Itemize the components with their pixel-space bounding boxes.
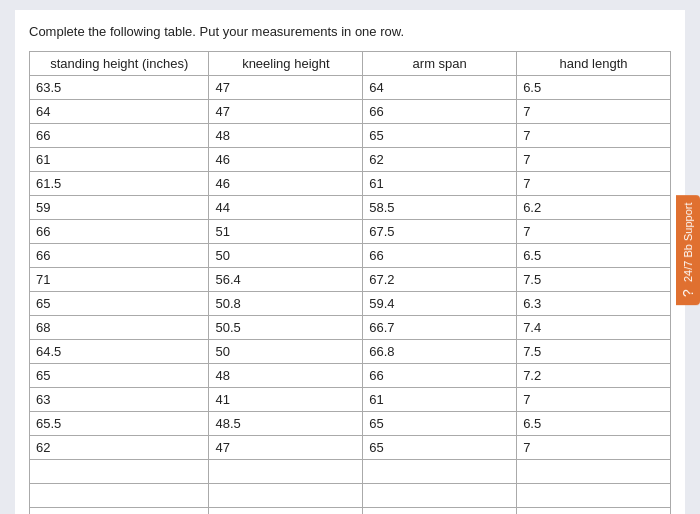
table-cell: 51 (209, 220, 363, 244)
table-cell: 7 (517, 124, 671, 148)
table-cell: 7 (517, 388, 671, 412)
table-cell (517, 508, 671, 515)
support-tab[interactable]: ? 24/7 Bb Support (676, 195, 700, 305)
table-cell: 6.2 (517, 196, 671, 220)
table-cell: 50 (209, 340, 363, 364)
table-cell: 41 (209, 388, 363, 412)
table-cell: 6.5 (517, 412, 671, 436)
table-cell: 44 (209, 196, 363, 220)
table-cell: 65 (363, 436, 517, 460)
table-cell: 50.8 (209, 292, 363, 316)
table-cell: 56.4 (209, 268, 363, 292)
table-cell: 7 (517, 436, 671, 460)
table-cell: 66 (363, 244, 517, 268)
table-cell: 62 (30, 436, 209, 460)
table-cell (209, 508, 363, 515)
table-cell (209, 484, 363, 508)
table-cell: 59.4 (363, 292, 517, 316)
table-cell (517, 484, 671, 508)
table-cell: 67.5 (363, 220, 517, 244)
header-kneeling: kneeling height (209, 52, 363, 76)
table-cell: 64.5 (30, 340, 209, 364)
table-cell: 66 (363, 100, 517, 124)
table-cell (30, 484, 209, 508)
table-cell: 71 (30, 268, 209, 292)
table-cell: 58.5 (363, 196, 517, 220)
table-cell: 62 (363, 148, 517, 172)
table-cell: 64 (363, 76, 517, 100)
table-cell (363, 484, 517, 508)
table-cell: 7 (517, 172, 671, 196)
table-cell: 7.5 (517, 268, 671, 292)
table-cell: 63 (30, 388, 209, 412)
table-cell: 66 (30, 220, 209, 244)
measurements-table: standing height (inches) kneeling height… (29, 51, 671, 514)
table-cell: 47 (209, 436, 363, 460)
table-cell: 7.5 (517, 340, 671, 364)
instruction-text: Complete the following table. Put your m… (29, 24, 671, 39)
table-cell (30, 460, 209, 484)
table-cell: 65 (363, 124, 517, 148)
table-cell: 61 (30, 148, 209, 172)
table-cell: 65.5 (30, 412, 209, 436)
table-cell: 7 (517, 220, 671, 244)
table-cell: 7 (517, 148, 671, 172)
table-cell: 64 (30, 100, 209, 124)
table-cell: 67.2 (363, 268, 517, 292)
table-cell: 61 (363, 172, 517, 196)
table-cell: 7 (517, 100, 671, 124)
page-container: Complete the following table. Put your m… (15, 10, 685, 514)
table-cell: 59 (30, 196, 209, 220)
header-arm: arm span (363, 52, 517, 76)
table-cell: 47 (209, 100, 363, 124)
table-cell: 6.5 (517, 76, 671, 100)
table-cell (209, 460, 363, 484)
header-standing: standing height (inches) (30, 52, 209, 76)
table-cell: 7.2 (517, 364, 671, 388)
table-cell: 6.5 (517, 244, 671, 268)
table-cell: 66 (30, 244, 209, 268)
header-hand: hand length (517, 52, 671, 76)
table-cell: 48.5 (209, 412, 363, 436)
table-cell: 65 (30, 292, 209, 316)
table-cell: 65 (30, 364, 209, 388)
table-cell: 7.4 (517, 316, 671, 340)
table-cell: 63.5 (30, 76, 209, 100)
table-cell: 48 (209, 364, 363, 388)
table-cell: 48 (209, 124, 363, 148)
table-cell: 46 (209, 148, 363, 172)
table-cell: 68 (30, 316, 209, 340)
table-cell: 46 (209, 172, 363, 196)
table-cell: 47 (209, 76, 363, 100)
support-icon: ? (680, 289, 696, 297)
table-cell: 50 (209, 244, 363, 268)
table-cell: 66 (30, 124, 209, 148)
table-cell: 66.8 (363, 340, 517, 364)
table-cell: 66 (363, 364, 517, 388)
support-tab-label: 24/7 Bb Support (682, 203, 694, 283)
table-cell: 61.5 (30, 172, 209, 196)
table-cell: 6.3 (517, 292, 671, 316)
table-cell: 65 (363, 412, 517, 436)
table-cell (517, 460, 671, 484)
table-cell: 50.5 (209, 316, 363, 340)
table-cell: 61 (363, 388, 517, 412)
table-cell: 66.7 (363, 316, 517, 340)
table-cell (363, 508, 517, 515)
table-cell (363, 460, 517, 484)
table-cell (30, 508, 209, 515)
